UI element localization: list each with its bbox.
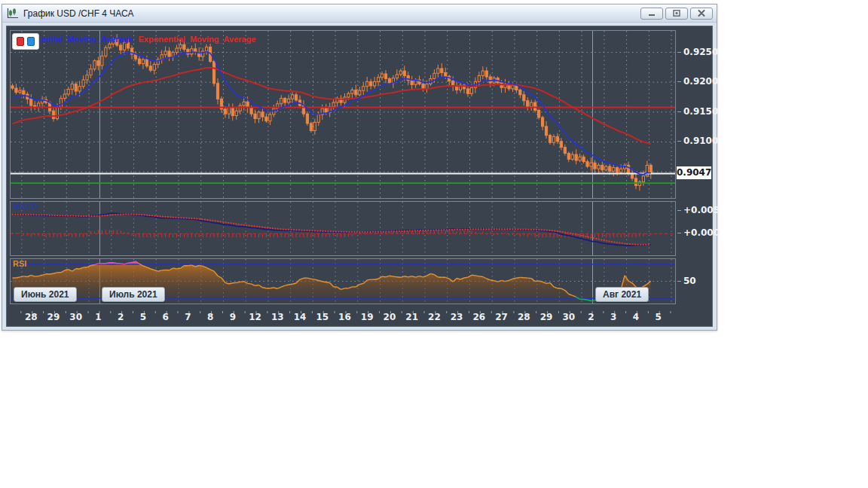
time-axis-label: 28 bbox=[512, 312, 535, 322]
macd-tick-label: +0.000 bbox=[683, 227, 720, 239]
legend-ema-fast: ential_Moving_Average bbox=[41, 35, 133, 44]
time-axis-label: 12 bbox=[244, 312, 267, 322]
time-axis-label: 3 bbox=[602, 312, 625, 322]
indicator-buttons bbox=[12, 33, 39, 50]
candlestick-chart-icon bbox=[6, 8, 20, 20]
legend-ema-slow: Exponential_Moving_Average bbox=[138, 35, 255, 44]
chart-area[interactable]: ential_Moving_AverageExponential_Moving_… bbox=[6, 26, 713, 327]
time-axis-label: 9 bbox=[222, 312, 244, 322]
month-label: Июнь 2021 bbox=[14, 287, 77, 302]
time-axis-label: 30 bbox=[65, 312, 87, 322]
time-axis-label: 30 bbox=[558, 312, 580, 322]
time-axis-label: 1 bbox=[87, 312, 109, 322]
minimize-button[interactable] bbox=[640, 8, 663, 20]
time-axis-label: 2 bbox=[109, 312, 132, 322]
window-titlebar[interactable]: График USD /CHF 4 ЧАСА bbox=[2, 5, 717, 23]
chart-client: ential_Moving_AverageExponential_Moving_… bbox=[2, 23, 717, 330]
price-tick-label: 0.9150 bbox=[683, 105, 718, 117]
close-button[interactable] bbox=[690, 8, 713, 20]
time-axis-label: 8 bbox=[199, 312, 222, 322]
time-axis-label: 21 bbox=[401, 312, 423, 322]
time-axis-label: 20 bbox=[378, 312, 401, 322]
time-axis-label: 7 bbox=[176, 312, 199, 322]
macd-panel[interactable]: MACD bbox=[10, 201, 676, 256]
time-axis-label: 22 bbox=[423, 312, 445, 322]
price-tick-label: 0.9200 bbox=[683, 75, 718, 87]
price-axis[interactable]: 0.9047 0.92500.92000.91500.9100+0.005+0.… bbox=[677, 26, 712, 326]
month-label: Авг 2021 bbox=[595, 287, 649, 302]
time-axis-label: 19 bbox=[356, 312, 378, 322]
time-axis[interactable]: 2829301256789121314151619202122232627282… bbox=[10, 305, 676, 325]
chart-window: График USD /CHF 4 ЧАСА bbox=[2, 4, 717, 331]
time-axis-label: 27 bbox=[491, 312, 513, 322]
price-tick-label: 0.9250 bbox=[683, 46, 718, 58]
time-axis-label: 29 bbox=[535, 312, 558, 322]
rsi-label: RSI bbox=[13, 259, 26, 268]
month-label: Июль 2021 bbox=[102, 287, 165, 302]
macd-tick-label: +0.005 bbox=[683, 204, 720, 216]
time-axis-label: 16 bbox=[333, 312, 356, 322]
desktop: График USD /CHF 4 ЧАСА bbox=[0, 0, 868, 488]
current-price-box: 0.9047 bbox=[677, 166, 711, 179]
window-controls bbox=[640, 8, 713, 20]
time-axis-label: 29 bbox=[42, 312, 65, 322]
macd-label: MACD bbox=[13, 202, 38, 211]
time-axis-label: 2 bbox=[580, 312, 603, 322]
window-title: График USD /CHF 4 ЧАСА bbox=[23, 8, 133, 19]
price-tick-label: 0.9100 bbox=[683, 135, 718, 147]
rsi-tick-label: 50 bbox=[683, 275, 696, 287]
time-axis-label: 13 bbox=[266, 312, 289, 322]
blue-indicator-button[interactable] bbox=[27, 37, 35, 46]
time-axis-label: 6 bbox=[154, 312, 177, 322]
indicator-legend: ential_Moving_AverageExponential_Moving_… bbox=[41, 35, 256, 44]
time-axis-label: 5 bbox=[647, 312, 670, 322]
time-axis-label: 4 bbox=[625, 312, 647, 322]
time-axis-label: 15 bbox=[311, 312, 334, 322]
time-axis-label: 5 bbox=[132, 312, 154, 322]
red-indicator-button[interactable] bbox=[17, 37, 24, 46]
price-panel[interactable]: ential_Moving_AverageExponential_Moving_… bbox=[10, 30, 676, 199]
time-axis-label: 26 bbox=[468, 312, 491, 322]
time-axis-label: 23 bbox=[445, 312, 468, 322]
current-price-value: 0.9047 bbox=[677, 167, 711, 178]
time-axis-label: 28 bbox=[20, 312, 42, 322]
restore-button[interactable] bbox=[665, 8, 688, 20]
time-axis-label: 14 bbox=[289, 312, 311, 322]
